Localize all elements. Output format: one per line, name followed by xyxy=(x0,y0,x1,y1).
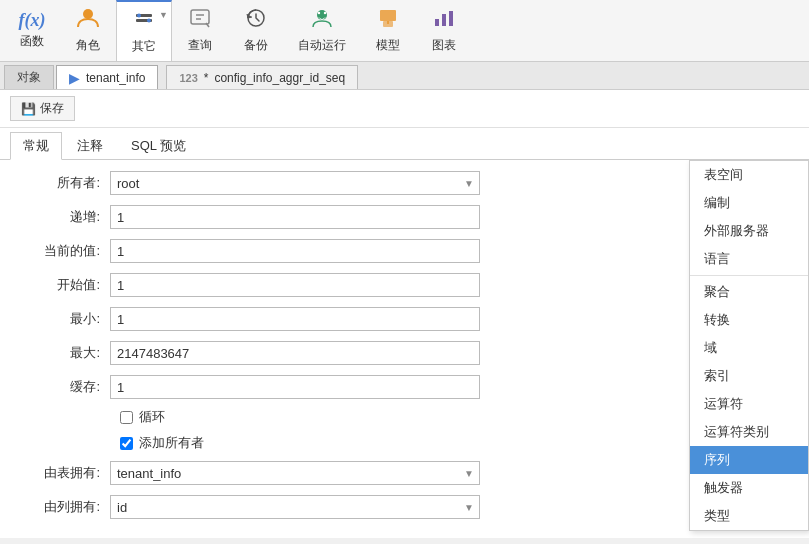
current-value-row: 当前的值: xyxy=(20,238,789,264)
toolbar-other[interactable]: 其它 ▼ xyxy=(116,0,172,61)
body-area: 对象 ▶ tenant_info 123 * config_info_aggr_… xyxy=(0,62,809,544)
toolbar-model[interactable]: 模型 xyxy=(360,0,416,61)
svg-point-0 xyxy=(83,9,93,19)
start-input[interactable] xyxy=(110,273,480,297)
max-row: 最大: xyxy=(20,340,789,366)
toolbar-query[interactable]: 查询 xyxy=(172,0,228,61)
backup-icon xyxy=(244,7,268,33)
dropdown-tablespace[interactable]: 表空间 xyxy=(690,161,808,189)
owned-by-col-select[interactable]: id xyxy=(110,495,480,519)
dropdown-language[interactable]: 语言 xyxy=(690,245,808,273)
svg-point-7 xyxy=(317,10,327,20)
dropdown-aggregate[interactable]: 聚合 xyxy=(690,278,808,306)
save-label: 保存 xyxy=(40,100,64,117)
toolbar-chart[interactable]: 图表 xyxy=(416,0,472,61)
seq-asterisk: * xyxy=(204,71,209,85)
autorun-icon xyxy=(308,7,336,33)
save-area: 💾 保存 xyxy=(0,90,809,128)
owner-label: 所有者: xyxy=(20,174,110,192)
min-row: 最小: xyxy=(20,306,789,332)
current-value-label: 当前的值: xyxy=(20,242,110,260)
toolbar-autorun[interactable]: 自动运行 xyxy=(284,0,360,61)
increment-label: 递增: xyxy=(20,208,110,226)
sub-tab-general[interactable]: 常规 xyxy=(10,132,62,160)
owned-by-col-label: 由列拥有: xyxy=(20,498,110,516)
sequence-icon: ▶ xyxy=(69,70,80,86)
tab-object[interactable]: 对象 xyxy=(4,65,54,89)
tab-tenant-info-label: tenant_info xyxy=(86,71,145,85)
cycle-label[interactable]: 循环 xyxy=(139,408,165,426)
dropdown-operator-class[interactable]: 运算符类别 xyxy=(690,418,808,446)
tab-object-label: 对象 xyxy=(17,69,41,86)
sub-tab-sql-preview[interactable]: SQL 预览 xyxy=(118,132,199,159)
model-icon xyxy=(376,7,400,33)
toolbar-functions-label: 函数 xyxy=(20,33,44,50)
toolbar-model-label: 模型 xyxy=(376,37,400,54)
toolbar-roles-label: 角色 xyxy=(76,37,100,54)
functions-icon: f(x) xyxy=(19,11,46,29)
increment-input[interactable] xyxy=(110,205,480,229)
owned-by-table-row: 由表拥有: tenant_info ▼ xyxy=(20,460,789,486)
roles-icon xyxy=(76,7,100,33)
toolbar-autorun-label: 自动运行 xyxy=(298,37,346,54)
content-wrapper: 所有者: root ▼ 递增: 当前的值: 开始值: xyxy=(0,160,809,544)
svg-point-3 xyxy=(137,14,141,18)
tab-tenant-info[interactable]: ▶ tenant_info xyxy=(56,65,158,89)
save-button[interactable]: 💾 保存 xyxy=(10,96,75,121)
dropdown-type[interactable]: 类型 xyxy=(690,502,808,530)
max-input[interactable] xyxy=(110,341,480,365)
svg-rect-15 xyxy=(449,11,453,26)
add-owner-row: 添加所有者 xyxy=(20,434,789,452)
owned-by-table-select[interactable]: tenant_info xyxy=(110,461,480,485)
query-icon xyxy=(188,7,212,33)
sub-tabs: 常规 注释 SQL 预览 xyxy=(0,128,809,160)
sub-tab-comments[interactable]: 注释 xyxy=(64,132,116,159)
max-label: 最大: xyxy=(20,344,110,362)
add-owner-label[interactable]: 添加所有者 xyxy=(139,434,204,452)
owned-by-col-select-wrap: id ▼ xyxy=(110,495,480,519)
toolbar: f(x) 函数 角色 其它 ▼ xyxy=(0,0,809,62)
dropdown-foreign-server[interactable]: 外部服务器 xyxy=(690,217,808,245)
dropdown-menu: 表空间 编制 外部服务器 语言 聚合 转换 域 索引 运算符 运算符类别 序列 … xyxy=(689,160,809,531)
tab-config-seq-label: config_info_aggr_id_seq xyxy=(214,71,345,85)
owned-by-table-label: 由表拥有: xyxy=(20,464,110,482)
cache-input[interactable] xyxy=(110,375,480,399)
cache-row: 缓存: xyxy=(20,374,789,400)
toolbar-roles[interactable]: 角色 xyxy=(60,0,116,61)
owner-row: 所有者: root ▼ xyxy=(20,170,789,196)
add-owner-checkbox[interactable] xyxy=(120,437,133,450)
svg-point-9 xyxy=(324,12,326,14)
cycle-checkbox[interactable] xyxy=(120,411,133,424)
svg-point-8 xyxy=(318,12,320,14)
toolbar-other-label: 其它 xyxy=(132,38,156,55)
save-icon: 💾 xyxy=(21,102,36,116)
current-value-input[interactable] xyxy=(110,239,480,263)
dropdown-operator[interactable]: 运算符 xyxy=(690,390,808,418)
tab-bar: 对象 ▶ tenant_info 123 * config_info_aggr_… xyxy=(0,62,809,90)
seq-prefix-icon: 123 xyxy=(179,72,197,84)
increment-row: 递增: xyxy=(20,204,789,230)
main-content: 所有者: root ▼ 递增: 当前的值: 开始值: xyxy=(0,160,809,538)
svg-rect-14 xyxy=(442,14,446,26)
dropdown-encoding[interactable]: 编制 xyxy=(690,189,808,217)
owner-select[interactable]: root xyxy=(110,171,480,195)
svg-point-4 xyxy=(147,19,151,23)
dropdown-index[interactable]: 索引 xyxy=(690,362,808,390)
dropdown-conversion[interactable]: 转换 xyxy=(690,306,808,334)
toolbar-functions[interactable]: f(x) 函数 xyxy=(4,0,60,61)
toolbar-query-label: 查询 xyxy=(188,37,212,54)
start-value-row: 开始值: xyxy=(20,272,789,298)
toolbar-backup[interactable]: 备份 xyxy=(228,0,284,61)
min-input[interactable] xyxy=(110,307,480,331)
toolbar-backup-label: 备份 xyxy=(244,37,268,54)
min-label: 最小: xyxy=(20,310,110,328)
dropdown-sequence[interactable]: 序列 xyxy=(690,446,808,474)
tab-config-seq[interactable]: 123 * config_info_aggr_id_seq xyxy=(166,65,358,89)
start-label: 开始值: xyxy=(20,276,110,294)
dropdown-trigger[interactable]: 触发器 xyxy=(690,474,808,502)
cycle-row: 循环 xyxy=(20,408,789,426)
svg-rect-5 xyxy=(191,10,209,24)
chart-icon xyxy=(432,7,456,33)
dropdown-domain[interactable]: 域 xyxy=(690,334,808,362)
svg-rect-10 xyxy=(380,10,396,21)
